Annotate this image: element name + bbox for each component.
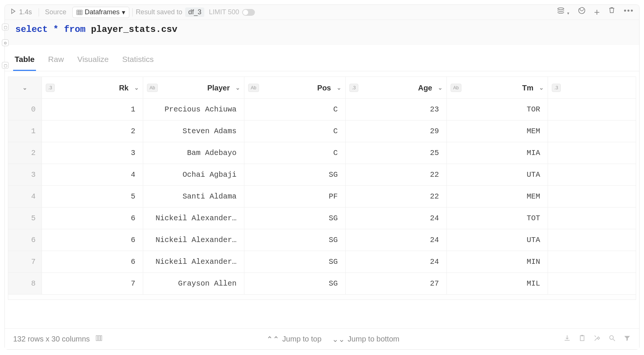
- cell-player: Nickeil Alexander…: [143, 229, 244, 251]
- table-row[interactable]: 01Precious AchiuwaC23TOR: [8, 99, 636, 120]
- cell-tm: MEM: [447, 120, 548, 142]
- table-row[interactable]: 87Grayson AllenSG27MIL: [8, 273, 636, 295]
- row-index: 3: [8, 164, 42, 186]
- download-icon[interactable]: [563, 334, 571, 344]
- cell-rk: 7: [42, 273, 143, 295]
- result-area: Table Raw Visualize Statistics ⌄ .3 Rk ⌄: [5, 45, 639, 349]
- chevron-down-icon: ⌄: [337, 84, 341, 91]
- more-icon[interactable]: •••: [624, 6, 634, 18]
- cell-age: 29: [346, 120, 447, 142]
- chevron-down-icon: ⌄: [22, 84, 27, 91]
- row-index: 8: [8, 273, 42, 295]
- status-bar: 132 rows x 30 columns ⌃⌃ Jump to top ⌄⌄ …: [5, 328, 639, 349]
- tab-statistics[interactable]: Statistics: [121, 51, 155, 71]
- cell-age: 25: [346, 142, 447, 164]
- col-header-player[interactable]: Ab Player ⌄: [143, 77, 244, 99]
- row-index: 6: [8, 229, 42, 251]
- trash-icon[interactable]: [608, 6, 616, 18]
- filter-icon[interactable]: [623, 334, 631, 344]
- cell-rk: 5: [42, 186, 143, 208]
- svg-rect-8: [580, 335, 584, 340]
- table-row[interactable]: 23Bam AdebayoC25MIA: [8, 142, 636, 164]
- search-icon[interactable]: [608, 334, 616, 344]
- col-header-age[interactable]: .3 Age ⌄: [346, 77, 447, 99]
- gutter-collapse-out[interactable]: ▢: [2, 62, 9, 69]
- svg-rect-0: [77, 10, 82, 15]
- toolbar-right: ▾ + •••: [557, 6, 634, 18]
- cell-age: 27: [346, 273, 447, 295]
- cell-next: [548, 142, 636, 164]
- cell-pos: C: [244, 120, 346, 142]
- notebook-cell: ▢ ⊖ ▢ 1.4s Source Dataframes ▾ Result sa…: [4, 5, 640, 350]
- row-index: 1: [8, 120, 42, 142]
- cell-age: 23: [346, 99, 447, 120]
- table-row[interactable]: 34Ochai AgbajiSG22UTA: [8, 164, 636, 186]
- type-badge-text: Ab: [147, 84, 158, 92]
- col-header-rk[interactable]: .3 Rk ⌄: [42, 77, 143, 99]
- cell-next: [548, 164, 636, 186]
- row-index: 2: [8, 142, 42, 164]
- tab-raw[interactable]: Raw: [46, 51, 65, 71]
- cell-tm: MIN: [447, 251, 548, 273]
- col-label: Rk: [119, 83, 129, 92]
- cell-next: [548, 186, 636, 208]
- cell-pos: C: [244, 142, 346, 164]
- table-row[interactable]: 12Steven AdamsC29MEM: [8, 120, 636, 142]
- source-picker[interactable]: Dataframes ▾: [72, 7, 129, 18]
- cell-tm: MIA: [447, 142, 548, 164]
- rownum-header[interactable]: ⌄: [8, 77, 42, 99]
- clipboard-icon[interactable]: [578, 334, 586, 344]
- layers-icon[interactable]: ▾: [557, 6, 569, 18]
- type-badge-text: Ab: [451, 84, 461, 92]
- cell-toolbar: 1.4s Source Dataframes ▾ Result saved to…: [5, 5, 639, 20]
- col-header-tm[interactable]: Ab Tm ⌄: [447, 77, 548, 99]
- dataframe-tag[interactable]: df_3: [185, 8, 204, 17]
- cell-player: Nickeil Alexander…: [143, 251, 244, 273]
- chevron-down-icon: ⌄: [134, 84, 139, 91]
- columns-icon[interactable]: [95, 334, 103, 344]
- cell-pos: SG: [244, 273, 346, 295]
- table-row[interactable]: 56Nickeil Alexander…SG24TOT: [8, 208, 636, 229]
- cell-next: [548, 99, 636, 120]
- svg-rect-6: [98, 335, 100, 340]
- data-table[interactable]: ⌄ .3 Rk ⌄ Ab Player ⌄ Ab: [5, 71, 639, 328]
- col-header-pos[interactable]: Ab Pos ⌄: [244, 77, 346, 99]
- jump-bottom-label: Jump to bottom: [348, 335, 400, 343]
- cell-player: Ochai Agbaji: [143, 164, 244, 186]
- table-identifier: player_stats.csv: [91, 24, 177, 35]
- jump-to-top[interactable]: ⌃⌃ Jump to top: [267, 335, 322, 344]
- tab-table[interactable]: Table: [13, 51, 36, 71]
- tab-visualize[interactable]: Visualize: [76, 51, 110, 71]
- limit-toggle[interactable]: [242, 9, 255, 16]
- svg-rect-7: [100, 335, 102, 340]
- cell-next: [548, 251, 636, 273]
- svg-rect-5: [96, 335, 97, 340]
- table-row[interactable]: 45Santi AldamaPF22MEM: [8, 186, 636, 208]
- cell-player: Nickeil Alexander…: [143, 208, 244, 229]
- col-header-next[interactable]: .3: [548, 77, 636, 99]
- gutter-collapse-mid[interactable]: ⊖: [2, 39, 9, 46]
- cell-next: [548, 208, 636, 229]
- add-icon[interactable]: +: [594, 6, 600, 18]
- tools-icon[interactable]: [593, 334, 601, 344]
- cell-age: 24: [346, 208, 447, 229]
- table-row[interactable]: 76Nickeil Alexander…SG24MIN: [8, 251, 636, 273]
- cell-player: Santi Aldama: [143, 186, 244, 208]
- table-row[interactable]: 66Nickeil Alexander…SG24UTA: [8, 229, 636, 251]
- cell-player: Precious Achiuwa: [143, 99, 244, 120]
- source-label: Source: [45, 8, 66, 16]
- type-badge-numeric: .3: [552, 84, 561, 92]
- refresh-icon[interactable]: [578, 6, 586, 18]
- double-chevron-down-icon: ⌄⌄: [332, 335, 345, 344]
- grid-icon: [76, 9, 82, 15]
- run-icon[interactable]: [10, 8, 16, 16]
- cell-tm: MIL: [447, 273, 548, 295]
- sql-editor[interactable]: select * from player_stats.csv: [5, 20, 639, 45]
- cell-player: Bam Adebayo: [143, 142, 244, 164]
- col-label: Player: [207, 83, 230, 92]
- cell-player: Steven Adams: [143, 120, 244, 142]
- jump-to-bottom[interactable]: ⌄⌄ Jump to bottom: [332, 335, 400, 344]
- gutter-collapse-top[interactable]: ▢: [2, 24, 9, 30]
- cell-pos: SG: [244, 164, 346, 186]
- svg-line-11: [613, 339, 615, 341]
